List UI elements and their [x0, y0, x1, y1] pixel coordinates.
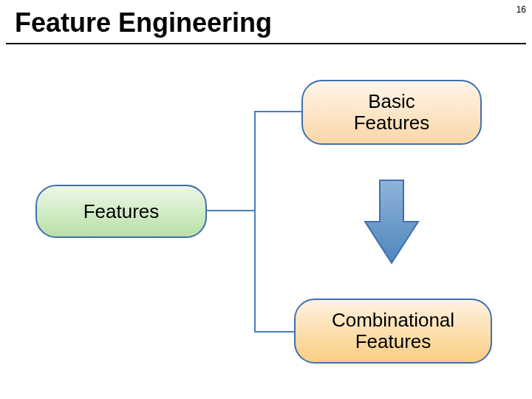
node-features: Features [35, 185, 207, 238]
node-features-label: Features [83, 200, 160, 223]
connector-to-basic [254, 111, 301, 112]
connector-trunk [254, 111, 256, 331]
node-basic-label: Basic Features [354, 91, 430, 133]
page-number: 16 [516, 4, 526, 15]
node-combinational-features: Combinational Features [294, 299, 492, 364]
connector-to-combinational [254, 331, 294, 332]
down-arrow-icon [362, 177, 421, 266]
node-basic-features: Basic Features [301, 80, 482, 145]
node-combinational-label: Combinational Features [332, 310, 454, 352]
slide: 16 Feature Engineering Basic Features Fe… [0, 0, 532, 399]
title-underline [6, 43, 526, 44]
connector-stem [207, 210, 254, 211]
slide-title: Feature Engineering [15, 7, 272, 38]
